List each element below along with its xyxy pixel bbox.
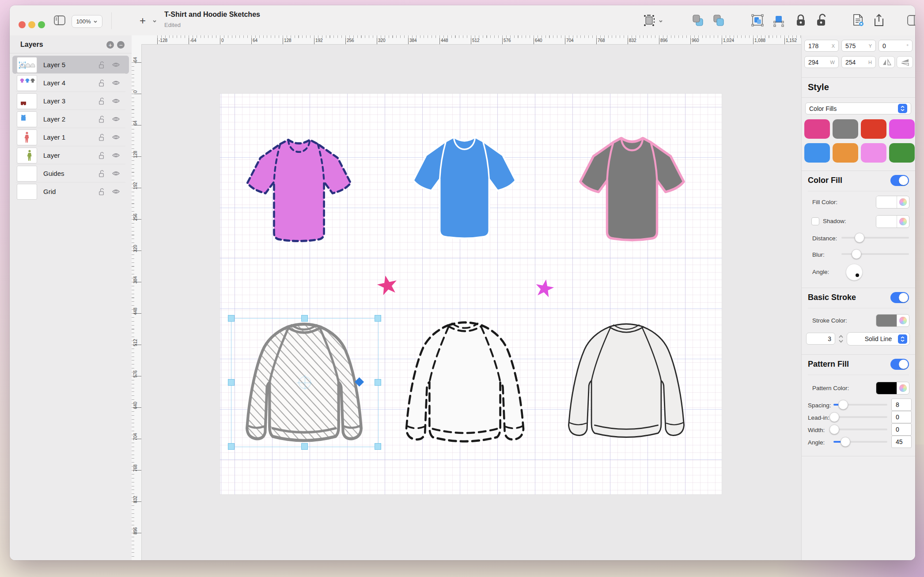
sweatshirt-plain[interactable] — [553, 319, 699, 442]
zoom-window-button[interactable] — [38, 21, 45, 28]
share-icon[interactable] — [872, 13, 886, 27]
selection-handle-bottom-right[interactable] — [375, 443, 381, 450]
left-sidebar-toggle-icon[interactable] — [53, 13, 66, 27]
layer-row-layer-5[interactable]: Layer 5 — [12, 56, 129, 74]
export-document-icon[interactable] — [852, 13, 865, 27]
lead-in-value[interactable]: 0 — [891, 411, 912, 423]
layer-visibility-icon[interactable] — [112, 79, 120, 87]
layer-visibility-icon[interactable] — [112, 169, 120, 178]
ungroup-objects-icon[interactable] — [772, 13, 785, 27]
tshirt-blue[interactable] — [405, 128, 523, 248]
selection-handle-bottom-left[interactable] — [228, 443, 235, 450]
pattern-width-value[interactable]: 0 — [891, 423, 912, 436]
layer-row-layer-2[interactable]: Layer 2 — [12, 110, 129, 128]
basic-stroke-toggle[interactable] — [890, 292, 909, 303]
pattern-angle-value[interactable]: 45 — [891, 436, 912, 448]
x-position-field[interactable]: 178X — [804, 40, 839, 52]
star-magenta[interactable] — [534, 277, 556, 300]
color-fill-toggle[interactable] — [890, 175, 909, 186]
fill-color-well[interactable] — [876, 196, 909, 209]
layer-unlock-icon[interactable] — [98, 187, 106, 196]
color-picker-button[interactable] — [897, 315, 909, 326]
transform-menu-chevron[interactable] — [658, 19, 663, 24]
blur-slider[interactable] — [841, 249, 909, 259]
send-backward-icon[interactable] — [691, 13, 704, 27]
pattern-width-slider[interactable] — [833, 425, 887, 434]
insert-menu-chevron[interactable] — [152, 19, 157, 24]
layer-row-layer-1[interactable]: Layer 1 — [12, 128, 129, 146]
fill-type-dropdown[interactable]: Color Fills — [805, 102, 911, 114]
color-swatch[interactable] — [804, 143, 830, 163]
layer-visibility-icon[interactable] — [112, 187, 120, 196]
layer-row-grid[interactable]: Grid — [12, 182, 129, 201]
color-swatch[interactable] — [833, 119, 858, 139]
group-objects-icon[interactable] — [751, 13, 764, 27]
sweatshirt-dashed[interactable] — [391, 317, 539, 446]
color-swatch[interactable] — [861, 143, 886, 163]
close-window-button[interactable] — [19, 21, 26, 28]
add-layer-button[interactable]: + — [106, 41, 114, 49]
rotation-field[interactable]: 0° — [879, 40, 913, 52]
minimize-window-button[interactable] — [28, 21, 35, 28]
flip-horizontal-button[interactable] — [879, 56, 895, 68]
layer-row-layer-4[interactable]: Layer 4 — [12, 74, 129, 92]
stroke-width-field[interactable]: 3 — [806, 333, 835, 345]
selection-handle-middle-left[interactable] — [228, 379, 235, 386]
color-picker-button[interactable] — [897, 382, 909, 394]
lead-in-slider[interactable] — [833, 412, 887, 422]
pattern-color-well[interactable] — [876, 382, 909, 395]
shadow-color-well[interactable] — [876, 215, 909, 228]
shadow-checkbox[interactable] — [811, 217, 819, 225]
right-panel-toggle-icon[interactable] — [906, 13, 915, 27]
layer-visibility-icon[interactable] — [112, 133, 120, 141]
selection-handle-top-right[interactable] — [375, 315, 381, 322]
layer-visibility-icon[interactable] — [112, 61, 120, 69]
color-swatch[interactable] — [889, 143, 915, 163]
pattern-angle-slider[interactable] — [833, 437, 887, 447]
spacing-value[interactable]: 8 — [891, 399, 912, 411]
selection-handle-top-left[interactable] — [228, 315, 235, 322]
color-swatch[interactable] — [861, 119, 886, 139]
bring-forward-icon[interactable] — [712, 13, 725, 27]
color-picker-button[interactable] — [897, 216, 909, 228]
layer-unlock-icon[interactable] — [98, 169, 106, 178]
color-swatch[interactable] — [889, 119, 915, 139]
layer-row-guides[interactable]: Guides — [12, 164, 129, 182]
layer-visibility-icon[interactable] — [112, 151, 120, 159]
ruler-left[interactable]: -640641281922563203844485125766407047688… — [132, 44, 142, 560]
canvas[interactable] — [141, 44, 802, 560]
width-field[interactable]: 294W — [804, 56, 839, 68]
unlock-icon[interactable] — [815, 13, 828, 27]
lock-icon[interactable] — [794, 13, 807, 27]
color-picker-button[interactable] — [897, 196, 909, 208]
remove-layer-button[interactable]: − — [117, 41, 125, 49]
transform-tool-icon[interactable] — [643, 13, 656, 27]
pattern-fill-toggle[interactable] — [890, 359, 909, 370]
stroke-width-stepper[interactable] — [838, 334, 844, 344]
shadow-angle-dial[interactable] — [846, 264, 863, 281]
layer-unlock-icon[interactable] — [98, 115, 106, 123]
tshirt-gray-pink-outline[interactable] — [572, 129, 692, 250]
layer-unlock-icon[interactable] — [98, 97, 106, 105]
selection-handle-top-center[interactable] — [301, 315, 308, 322]
layer-visibility-icon[interactable] — [112, 115, 120, 123]
tshirt-pink-dashed[interactable] — [239, 131, 359, 251]
ruler-top[interactable]: -128-64064128192256320384448512576640704… — [141, 35, 802, 45]
spacing-slider[interactable] — [833, 400, 887, 410]
layer-unlock-icon[interactable] — [98, 133, 106, 141]
stroke-color-well[interactable] — [876, 314, 909, 327]
selection-handle-middle-right[interactable] — [375, 379, 381, 386]
color-swatch[interactable] — [804, 119, 830, 139]
star-pink[interactable] — [375, 273, 400, 298]
layer-visibility-icon[interactable] — [112, 97, 120, 105]
color-swatch[interactable] — [833, 143, 858, 163]
distance-slider[interactable] — [841, 233, 909, 243]
line-style-dropdown[interactable]: Solid Line — [847, 332, 910, 345]
add-shape-button[interactable]: + — [137, 15, 148, 27]
height-field[interactable]: 254H — [841, 56, 876, 68]
layer-row-layer-3[interactable]: Layer 3 — [12, 92, 129, 110]
layer-row-layer[interactable]: Layer — [12, 146, 129, 164]
layer-unlock-icon[interactable] — [98, 151, 106, 159]
layer-unlock-icon[interactable] — [98, 79, 106, 87]
layer-unlock-icon[interactable] — [98, 61, 106, 69]
